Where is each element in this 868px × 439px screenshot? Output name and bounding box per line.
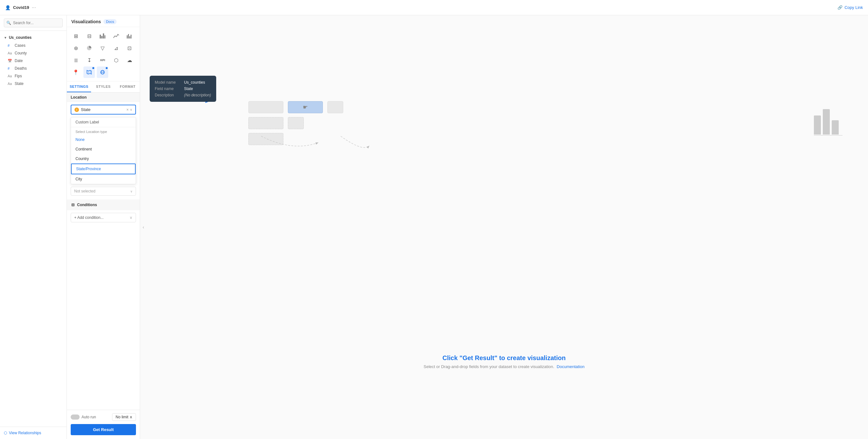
app-title: Covid19 — [13, 5, 29, 10]
location-option-state-province[interactable]: State/Province — [71, 164, 136, 174]
sidebar: 🔍 ▼ Us_counties # Cases Aa County 📅 Date — [0, 15, 67, 439]
sidebar-item-cases[interactable]: # Cases — [0, 42, 66, 49]
sidebar-group-header[interactable]: ▼ Us_counties — [0, 33, 66, 42]
collapse-panel-button[interactable]: ‹ — [143, 225, 144, 230]
field-selector[interactable]: ! State × ∨ — [71, 105, 136, 114]
viz-icon-list[interactable]: ≣ — [70, 55, 82, 66]
settings-panel: Visualizations Docs ⊞ ⊟ ⊛ ▽ ⊿ ⊡ — [67, 15, 140, 439]
viz-icon-kpi[interactable]: KPI — [97, 55, 108, 66]
sidebar-item-state[interactable]: Aa State — [0, 80, 66, 88]
chevron-left-icon: ‹ — [143, 225, 144, 230]
text-icon-county: Aa — [8, 51, 12, 55]
chevron-down-not-selected-icon: ∨ — [130, 190, 132, 193]
hash-icon-cases: # — [8, 43, 12, 47]
svg-rect-3 — [104, 35, 105, 38]
viz-icon-sorted-list[interactable]: ↧ — [84, 55, 95, 66]
tab-styles[interactable]: STYLES — [91, 81, 115, 92]
sidebar-search-area: 🔍 — [0, 15, 66, 31]
group-name: Us_counties — [9, 35, 32, 40]
sidebar-item-label-county: County — [14, 51, 27, 55]
copy-link-label: Copy Link — [844, 5, 863, 10]
auto-run-toggle[interactable]: Auto run — [71, 414, 96, 419]
viz-icon-funnel[interactable]: ▽ — [97, 42, 108, 54]
viz-icon-map-active[interactable] — [84, 66, 95, 78]
location-option-none[interactable]: None — [71, 135, 136, 144]
viz-icon-pie[interactable] — [84, 42, 95, 54]
sidebar-item-label-deaths: Deaths — [14, 66, 27, 71]
sidebar-item-label-state: State — [14, 81, 24, 86]
location-option-country[interactable]: Country — [71, 154, 136, 164]
sidebar-item-label-fips: Fips — [14, 74, 22, 78]
viz-icon-pivot[interactable]: ⊟ — [84, 30, 95, 42]
sidebar-section-us-counties: ▼ Us_counties # Cases Aa County 📅 Date #… — [0, 31, 66, 90]
conditions-header: ⊟ Conditions — [67, 199, 140, 210]
custom-label-item[interactable]: Custom Label — [71, 117, 136, 127]
tab-format[interactable]: FORMAT — [116, 81, 140, 92]
main-layout: 🔍 ▼ Us_counties # Cases Aa County 📅 Date — [0, 15, 868, 439]
get-result-button[interactable]: Get Result — [71, 424, 136, 435]
hash-icon-deaths: # — [8, 66, 12, 70]
topbar-more-icon[interactable]: ··· — [32, 5, 36, 10]
add-condition-button[interactable]: + Add condition... ∨ — [71, 213, 136, 223]
panel-tabs: SETTINGS STYLES FORMAT — [67, 81, 140, 93]
view-relationships-label: View Relationships — [9, 431, 41, 435]
field-tooltip: Model name Us_counties Field name State … — [150, 76, 216, 102]
close-field-button[interactable]: × — [126, 107, 129, 112]
text-icon-state: Aa — [8, 82, 12, 86]
not-selected-field[interactable]: Not selected ∨ — [71, 187, 136, 196]
viz-icon-scatter[interactable]: ⊛ — [70, 42, 82, 54]
documentation-link[interactable]: Documentation — [557, 364, 584, 369]
svg-rect-2 — [103, 33, 104, 38]
location-option-city[interactable]: City — [71, 174, 136, 184]
sidebar-item-county[interactable]: Aa County — [0, 49, 66, 57]
location-option-continent[interactable]: Continent — [71, 144, 136, 154]
sidebar-item-fips[interactable]: Aa Fips — [0, 72, 66, 80]
viz-icon-map-globe[interactable] — [97, 66, 108, 78]
viz-icon-line[interactable] — [111, 30, 122, 42]
canvas-caption-sub: Select or Drag-and-drop fields from your… — [424, 364, 585, 369]
chevron-down-icon: ▼ — [4, 36, 7, 39]
copy-link-button[interactable]: 🔗 Copy Link — [837, 5, 863, 10]
search-input[interactable] — [4, 19, 63, 27]
docs-badge[interactable]: Docs — [103, 19, 117, 24]
viz-icon-filter[interactable]: ⊿ — [111, 42, 122, 54]
link-icon: 🔗 — [837, 5, 842, 10]
viz-icon-column[interactable] — [124, 30, 135, 42]
tooltip-field-value: State — [184, 87, 193, 91]
svg-rect-1 — [101, 36, 102, 38]
viz-icons-grid: ⊞ ⊟ ⊛ ▽ ⊿ ⊡ ≣ ↧ KPI ⬡ ☁ — [67, 27, 140, 81]
sidebar-item-date[interactable]: 📅 Date — [0, 57, 66, 65]
viz-icon-cloud[interactable]: ☁ — [124, 55, 135, 66]
viz-icon-table[interactable]: ⊞ — [70, 30, 82, 42]
text-icon-fips: Aa — [8, 74, 12, 78]
chevron-up-icon: ∧ — [130, 415, 132, 419]
tab-settings[interactable]: SETTINGS — [67, 81, 91, 92]
conditions-title: Conditions — [77, 203, 97, 207]
viz-icon-map-pin[interactable]: 📍 — [70, 66, 82, 78]
panel-footer: Auto run No limit ∧ — [67, 410, 140, 424]
viz-icon-waterfall[interactable]: ⊡ — [124, 42, 135, 54]
sidebar-item-label-cases: Cases — [14, 43, 26, 48]
no-limit-button[interactable]: No limit ∧ — [112, 413, 136, 421]
chevron-down-field-icon: ∨ — [130, 108, 132, 111]
topbar-left: 👤 Covid19 ··· — [5, 5, 36, 10]
viz-header: Visualizations Docs — [67, 15, 140, 27]
mini-bar-chart-placeholder — [814, 109, 842, 136]
view-relationships-button[interactable]: ⬡ View Relationships — [4, 431, 63, 435]
caption-prefix: Click — [443, 354, 460, 361]
filter-icon: ⊟ — [71, 203, 74, 207]
viz-icon-hex[interactable]: ⬡ — [111, 55, 122, 66]
svg-rect-0 — [100, 35, 101, 38]
tooltip-model-row: Model name Us_counties — [155, 80, 211, 85]
sidebar-item-deaths[interactable]: # Deaths — [0, 65, 66, 72]
covid-icon: 👤 — [5, 5, 10, 10]
viz-icon-bar[interactable] — [97, 30, 108, 42]
tooltip-model-label: Model name — [155, 80, 180, 85]
auto-run-switch[interactable] — [71, 414, 80, 419]
calendar-icon-date: 📅 — [8, 59, 12, 63]
viz-placeholder-area: ☛ — [248, 101, 343, 145]
sidebar-footer: ⬡ View Relationships — [0, 427, 66, 439]
svg-rect-4 — [127, 35, 128, 38]
location-type-dropdown: Custom Label Select Location type None C… — [71, 117, 136, 184]
auto-run-label: Auto run — [82, 415, 96, 419]
